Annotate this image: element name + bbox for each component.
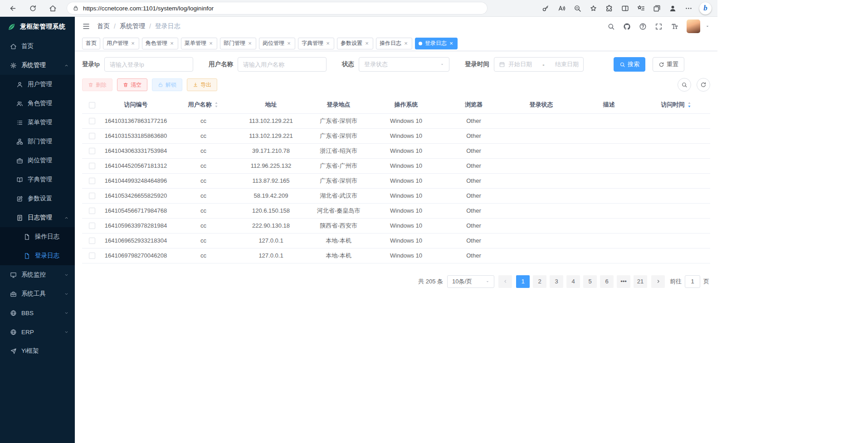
sidebar-item-system-monitor[interactable]: 系统监控	[0, 265, 75, 284]
refresh-table-button[interactable]	[697, 78, 710, 92]
extensions-icon[interactable]	[604, 3, 614, 13]
delete-button[interactable]: 删除	[82, 78, 112, 91]
pager-page-1[interactable]: 1	[516, 275, 530, 288]
sidebar-item-role-management[interactable]: 角色管理	[0, 94, 75, 113]
sort-icons[interactable]	[214, 102, 219, 108]
toggle-search-button[interactable]	[678, 78, 691, 92]
search-icon[interactable]	[607, 23, 615, 30]
copilot-bing-icon[interactable]: b	[699, 2, 712, 15]
sidebar-item-dept-management[interactable]: 部门管理	[0, 132, 75, 151]
sidebar-item-yi-framework[interactable]: Yi框架	[0, 341, 75, 360]
close-icon[interactable]: ×	[208, 40, 214, 47]
username-input[interactable]	[238, 57, 327, 72]
settings-menu-icon[interactable]	[683, 3, 693, 13]
sidebar-item-log-management[interactable]: 日志管理	[0, 208, 75, 227]
close-icon[interactable]: ×	[247, 40, 253, 47]
pager-page-2[interactable]: 2	[533, 275, 546, 288]
date-range-picker[interactable]: 开始日期 - 结束日期	[494, 57, 584, 72]
zoom-icon[interactable]	[572, 3, 582, 13]
export-button[interactable]: 导出	[187, 78, 217, 91]
sidebar-item-login-log[interactable]: 登录日志	[0, 246, 75, 265]
status-select[interactable]: 登录状态	[359, 57, 449, 72]
pager-page-5[interactable]: 5	[583, 275, 597, 288]
browser-address-bar[interactable]: https://ccnetcore.com:1101/system/log/lo…	[67, 2, 488, 15]
row-checkbox[interactable]	[89, 148, 95, 154]
fullscreen-icon[interactable]	[655, 23, 663, 30]
row-checkbox[interactable]	[89, 178, 95, 184]
collections-icon[interactable]	[652, 3, 662, 13]
read-aloud-icon[interactable]	[556, 3, 566, 13]
close-icon[interactable]: ×	[130, 40, 136, 47]
row-checkbox[interactable]	[89, 253, 95, 259]
pager-page-3[interactable]: 3	[550, 275, 563, 288]
row-checkbox[interactable]	[89, 193, 95, 199]
profile-avatar-icon[interactable]	[668, 3, 678, 13]
close-icon[interactable]: ×	[449, 40, 454, 47]
sidebar-item-dict-management[interactable]: 字典管理	[0, 170, 75, 189]
row-checkbox[interactable]	[89, 208, 95, 214]
prev-page-button[interactable]	[498, 275, 512, 288]
tab-dept-management[interactable]: 部门管理×	[220, 38, 256, 49]
split-screen-icon[interactable]	[620, 3, 630, 13]
pager-page-6[interactable]: 6	[600, 275, 614, 288]
column-header[interactable]: 用户名称	[170, 97, 237, 113]
clear-button[interactable]: 清空	[117, 78, 147, 91]
help-icon[interactable]	[639, 23, 647, 30]
sidebar-toggle-icon[interactable]	[82, 22, 90, 30]
pager-more[interactable]: •••	[617, 275, 630, 288]
tab-dict-management[interactable]: 字典管理×	[298, 38, 334, 49]
reset-button[interactable]: 重置	[653, 57, 684, 72]
sort-icons[interactable]	[687, 102, 692, 108]
search-button[interactable]: 搜索	[614, 57, 645, 72]
row-checkbox[interactable]	[89, 163, 95, 169]
pager-page-4[interactable]: 4	[566, 275, 580, 288]
select-all-checkbox[interactable]	[89, 102, 95, 108]
sidebar-item-post-management[interactable]: 岗位管理	[0, 151, 75, 170]
row-checkbox[interactable]	[89, 238, 95, 244]
tab-home[interactable]: 首页	[82, 38, 100, 49]
column-header[interactable]: 访问时间	[643, 97, 710, 113]
user-avatar[interactable]	[687, 19, 700, 33]
browser-back-button[interactable]	[6, 1, 20, 15]
breadcrumb-home[interactable]: 首页	[97, 22, 110, 30]
close-icon[interactable]: ×	[325, 40, 331, 47]
close-icon[interactable]: ×	[364, 40, 370, 47]
unlock-button[interactable]: 解锁	[152, 78, 182, 91]
sidebar-item-bbs[interactable]: BBS	[0, 303, 75, 322]
browser-refresh-button[interactable]	[26, 1, 39, 15]
tab-operation-log[interactable]: 操作日志×	[376, 38, 412, 49]
favorites-bar-icon[interactable]	[636, 3, 646, 13]
sidebar-item-menu-management[interactable]: 菜单管理	[0, 113, 75, 132]
tab-login-log[interactable]: 登录日志×	[415, 38, 458, 49]
sidebar-item-home[interactable]: 首页	[0, 37, 75, 56]
tab-menu-management[interactable]: 菜单管理×	[181, 38, 217, 49]
row-checkbox[interactable]	[89, 223, 95, 229]
tab-role-management[interactable]: 角色管理×	[142, 38, 178, 49]
tab-post-management[interactable]: 岗位管理×	[259, 38, 295, 49]
sidebar-item-system-management[interactable]: 系统管理	[0, 56, 75, 75]
site-info-lock-icon[interactable]	[73, 5, 79, 11]
sidebar-item-user-management[interactable]: 用户管理	[0, 75, 75, 94]
font-size-icon[interactable]	[671, 23, 678, 30]
tab-user-management[interactable]: 用户管理×	[103, 38, 139, 49]
sidebar-item-system-tools[interactable]: 系统工具	[0, 284, 75, 303]
favorite-star-icon[interactable]	[588, 3, 598, 13]
sidebar-item-param-settings[interactable]: 参数设置	[0, 189, 75, 208]
row-checkbox[interactable]	[89, 118, 95, 124]
close-icon[interactable]: ×	[403, 40, 409, 47]
pager-page-21[interactable]: 21	[634, 275, 647, 288]
password-key-icon[interactable]	[541, 3, 551, 13]
github-icon[interactable]	[623, 23, 631, 30]
login-ip-input[interactable]	[104, 57, 193, 72]
tab-param-settings[interactable]: 参数设置×	[337, 38, 373, 49]
browser-home-button[interactable]	[46, 1, 59, 15]
sidebar-item-operation-log[interactable]: 操作日志	[0, 227, 75, 246]
close-icon[interactable]: ×	[169, 40, 175, 47]
goto-page-input[interactable]	[685, 275, 700, 288]
user-menu-caret-icon[interactable]	[705, 24, 710, 29]
row-checkbox[interactable]	[89, 133, 95, 139]
sidebar-item-erp[interactable]: ERP	[0, 322, 75, 341]
close-icon[interactable]: ×	[286, 40, 292, 47]
page-size-select[interactable]: 10条/页	[447, 275, 494, 288]
next-page-button[interactable]	[651, 275, 665, 288]
